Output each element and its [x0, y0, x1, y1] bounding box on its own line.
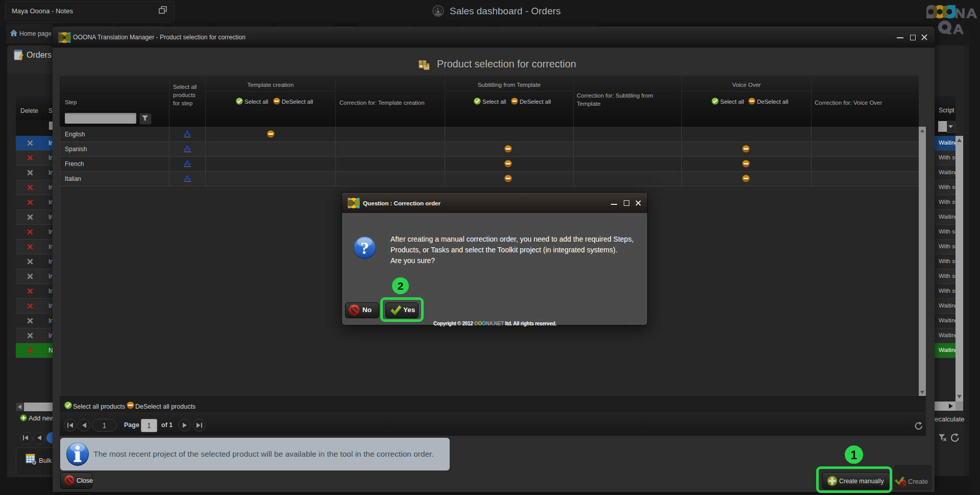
- svg-text:NA: NA: [954, 6, 978, 21]
- svg-text:?: ?: [360, 239, 369, 257]
- svg-text:A: A: [953, 21, 964, 34]
